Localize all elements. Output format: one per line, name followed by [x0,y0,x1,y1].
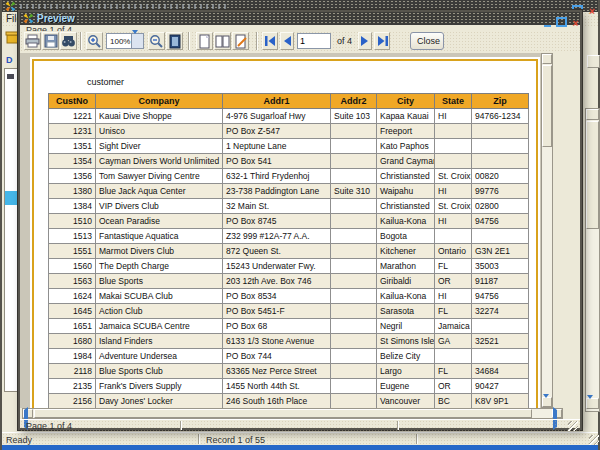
close-preview-button[interactable]: Close [410,32,444,50]
table-cell [331,154,377,169]
table-cell: OR [435,379,472,394]
table-cell: Kailua-Kona [377,214,435,229]
prior-page-button[interactable] [280,32,294,50]
table-row: 1221Kauai Dive Shoppe4-976 Sugarloaf Hwy… [49,109,529,124]
preview-minimize-button[interactable] [541,13,554,24]
preview-close-button[interactable]: × [569,13,582,24]
dataset-label: customer [87,77,124,87]
table-cell [331,394,377,409]
table-cell: 1560 [49,259,96,274]
table-cell: Adventure Undersea [96,349,223,364]
preview-window-title: Preview [37,13,75,24]
save-icon [44,34,58,48]
table-cell: 99776 [472,184,529,199]
app-vertical-scrollbar[interactable] [585,108,600,412]
facing-pages-button[interactable] [214,32,231,50]
preview-titlebar[interactable]: Preview × [20,12,580,25]
preview-statusbar: Page 1 of 4 [20,419,580,431]
table-row: 1645Action ClubPO Box 5451-FSarasotaFL32… [49,304,529,319]
table-cell: 1551 [49,244,96,259]
table-row: 1510Ocean ParadisePO Box 8745Kailua-Kona… [49,214,529,229]
scroll-down-button[interactable] [586,398,599,409]
preview-vertical-scrollbar[interactable] [541,53,553,408]
table-cell: PO Box 8534 [223,289,331,304]
table-cell: 1510 [49,214,96,229]
next-page-icon [360,35,370,47]
table-row: 1624Makai SCUBA ClubPO Box 8534Kailua-Ko… [49,289,529,304]
table-cell [435,124,472,139]
scroll-left-button[interactable] [23,409,33,418]
find-button[interactable] [60,32,77,50]
scroll-up-button[interactable] [542,54,552,64]
table-row: 1984Adventure UnderseaPO Box 744Belize C… [49,349,529,364]
zoom-in-icon [87,34,102,49]
next-page-button[interactable] [358,32,372,50]
table-cell [472,319,529,334]
facing-pages-icon [215,34,230,49]
table-cell [435,154,472,169]
table-cell: 1645 [49,304,96,319]
statusbar-divider [416,434,418,444]
single-page-button[interactable] [196,32,213,50]
page-number-input[interactable] [297,33,331,49]
preview-toolbar: 100% [20,31,580,53]
table-cell: Giribaldi [377,274,435,289]
column-header: Addr1 [223,94,331,109]
table-row: 1563Blue Sports203 12th Ave. Box 746Giri… [49,274,529,289]
table-cell [331,229,377,244]
table-cell: Grand Cayman [377,154,435,169]
save-button[interactable] [42,32,59,50]
table-cell: PO Box 5451-F [223,304,331,319]
first-page-button[interactable] [262,32,278,50]
zoom-level-combobox[interactable]: 100% [106,33,144,49]
table-row: 2156Davy Jones' Locker246 South 16th Pla… [49,394,529,409]
last-page-button[interactable] [374,32,390,50]
preview-logo-icon [23,13,34,24]
table-cell: Christiansted [377,169,435,184]
preview-resize-grip[interactable] [568,421,578,431]
whole-page-button[interactable] [166,32,183,50]
table-cell: 23-738 Paddington Lane [223,184,331,199]
table-cell: Frank's Divers Supply [96,379,223,394]
table-row: 2118Blue Sports Club63365 Nez Perce Stre… [49,364,529,379]
table-cell: Fantastique Aquatica [96,229,223,244]
last-page-icon [376,35,389,47]
scroll-thumb[interactable] [34,409,532,418]
table-cell: 1 Neptune Lane [223,139,331,154]
app-close-button[interactable]: × [586,1,598,11]
table-row: 1551Marmot Divers Club872 Queen St.Kitch… [49,244,529,259]
table-cell: The Depth Charge [96,259,223,274]
table-row: 2135Frank's Divers Supply1455 North 44th… [49,379,529,394]
table-cell: Freeport [377,124,435,139]
chevron-down-icon [132,30,138,43]
table-cell: Christiansted [377,199,435,214]
zoom-out-button[interactable] [148,32,165,50]
table-cell: HI [435,214,472,229]
table-cell [331,349,377,364]
app-mini-button[interactable] [587,55,600,68]
table-row: 1560The Depth Charge15243 Underwater Fwy… [49,259,529,274]
table-cell [435,229,472,244]
column-header: State [435,94,472,109]
table-cell: GA [435,334,472,349]
table-cell: Marathon [377,259,435,274]
print-button[interactable] [24,32,41,50]
combo-dropdown-button[interactable] [131,34,143,48]
zoom-in-button[interactable] [86,32,103,50]
table-cell [472,154,529,169]
table-cell [331,304,377,319]
scroll-thumb[interactable] [586,121,599,229]
preview-horizontal-scrollbar[interactable] [22,408,563,419]
preview-maximize-button[interactable] [555,13,568,24]
scroll-thumb[interactable] [542,65,552,147]
table-cell: Suite 310 [331,184,377,199]
page-setup-button[interactable] [232,32,249,50]
column-header: Company [96,94,223,109]
scroll-right-button[interactable] [552,409,562,418]
table-cell: FL [435,304,472,319]
scroll-down-button[interactable] [542,397,552,407]
table-cell [435,139,472,154]
table-cell: Action Club [96,304,223,319]
app-resize-grip[interactable] [589,435,599,445]
scroll-up-button[interactable] [586,109,599,120]
